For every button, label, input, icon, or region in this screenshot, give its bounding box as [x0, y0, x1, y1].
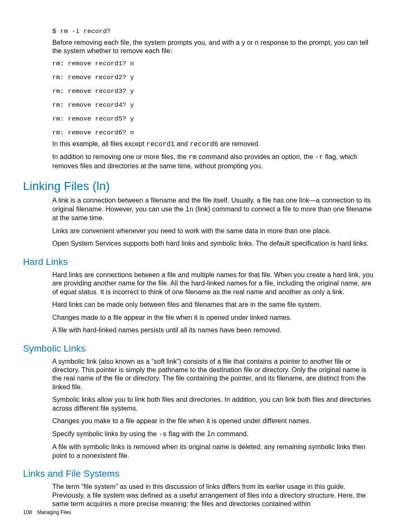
linksfs-block: The term “file system” as used in this d… [52, 483, 376, 508]
body-text: A file with symbolic links is removed wh… [52, 443, 376, 460]
inline-code: -s [159, 431, 166, 438]
rm-prompt-line: rm: remove record4? y [52, 101, 376, 109]
body-text: Specify symbolic links by using the -s f… [52, 430, 376, 439]
inline-code: -r [315, 154, 323, 161]
footer-section-title: Managing Files [37, 509, 71, 515]
rm-prompt-line: rm: remove record2? y [52, 74, 376, 81]
inline-code: rm [189, 154, 197, 161]
text-run: In addition to removing one or more file… [52, 153, 189, 160]
page-number: 108 [23, 509, 32, 515]
body-text: Changes made to a file appear in the fil… [52, 314, 376, 322]
symlinks-block: A symbolic link (also known as a “soft l… [52, 357, 376, 460]
intro-block: $ rm -i record? Before removing each fil… [52, 28, 376, 170]
page-footer: 108Managing Files [23, 509, 71, 515]
body-text: Before removing each file, the system pr… [52, 39, 376, 56]
text-run: command also provides an option, the [197, 153, 315, 160]
heading-symbolic-links: Symbolic Links [23, 343, 376, 354]
inline-code: record6 [190, 141, 218, 148]
inline-code: ln [207, 431, 215, 438]
rm-prompt-line: rm: remove record1? n [52, 60, 376, 67]
page-content: $ rm -i record? Before removing each fil… [0, 0, 399, 532]
text-run: command. [215, 430, 248, 437]
heading-linking-files: Linking Files (ln) [23, 180, 376, 193]
body-text: Links are convenient whenever you need t… [52, 227, 376, 235]
body-text: Hard links can be made only between file… [52, 301, 376, 309]
text-run: and [175, 140, 190, 147]
hardlinks-block: Hard links are connections between a fil… [52, 271, 376, 335]
text-run: Specify symbolic links by using the [52, 430, 159, 437]
body-text: Changes you make to a file appear in the… [52, 417, 376, 425]
linking-block: A link is a connection between a filenam… [52, 196, 376, 248]
text-run: are removed. [218, 140, 260, 147]
command-example: $ rm -i record? [52, 28, 376, 35]
text-run: flag with the [167, 430, 207, 437]
body-text: In this example, all files except record… [52, 140, 376, 149]
body-text: A file with hard-linked names persists u… [52, 326, 376, 334]
body-text: Hard links are connections between a fil… [52, 271, 376, 296]
body-text: Symbolic links allow you to link both fi… [52, 396, 376, 413]
body-text: In addition to removing one or more file… [52, 153, 376, 170]
rm-prompt-line: rm: remove record5? y [52, 115, 376, 123]
body-text: A link is a connection between a filenam… [52, 196, 376, 222]
body-text: A symbolic link (also known as a “soft l… [52, 357, 376, 392]
rm-prompt-line: rm: remove record6? n [52, 129, 376, 136]
inline-code: record1 [146, 141, 175, 148]
heading-links-file-systems: Links and File Systems [23, 468, 376, 479]
text-run: In this example, all files except [52, 140, 146, 147]
body-text: The term “file system” as used in this d… [52, 483, 376, 508]
body-text: Open System Services supports both hard … [52, 239, 376, 248]
heading-hard-links: Hard Links [23, 257, 376, 267]
inline-code: ln [185, 206, 193, 213]
rm-prompt-line: rm: remove record3? y [52, 87, 376, 95]
